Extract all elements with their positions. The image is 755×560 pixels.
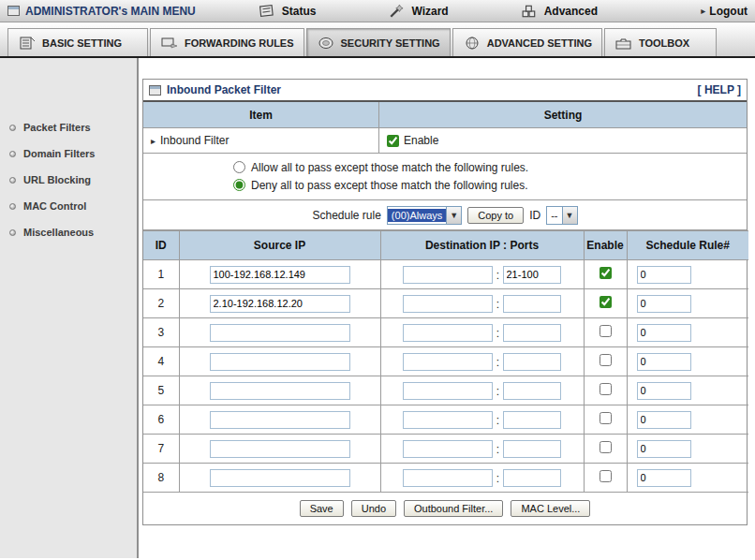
sidebar-item-miscellaneous[interactable]: Miscellaneous [0,219,137,245]
schedule-rule-input[interactable] [637,382,691,400]
schedule-rule-input[interactable] [637,440,691,458]
menu-item-advanced[interactable]: Advanced [520,4,598,19]
row-id: 5 [143,376,179,405]
row-id: 3 [143,318,179,347]
col-header-source-ip: Source IP [179,231,380,260]
schedule-rule-input[interactable] [637,324,691,342]
mac-level-button[interactable]: MAC Level... [511,500,590,517]
enable-checkbox[interactable] [600,325,612,337]
source-ip-input[interactable] [210,382,350,400]
bullet-icon [9,125,16,131]
source-ip-input[interactable] [210,324,350,342]
schedule-rule-select[interactable]: (00)Always ▼ [387,206,462,225]
enable-checkbox[interactable] [600,267,612,279]
top-menu-bar: ADMINISTRATOR's MAIN MENU Status Wizard … [0,0,755,22]
source-ip-input[interactable] [210,295,350,313]
inbound-filter-panel: Inbound Packet Filter [ HELP ] Item Sett… [142,79,748,525]
source-ip-input[interactable] [210,469,350,487]
copy-id-select[interactable]: -- ▼ [546,206,577,225]
sidebar-item-label: Miscellaneous [23,227,94,238]
source-ip-input[interactable] [210,266,350,284]
page-frame: Packet Filters Domain Filters URL Blocki… [0,58,755,558]
sidebar-item-url-blocking[interactable]: URL Blocking [0,167,137,193]
dest-ip-input[interactable] [403,266,493,284]
outbound-filter-button[interactable]: Outbound Filter... [404,500,503,517]
table-row: 1 : [143,260,748,289]
enable-checkbox[interactable] [600,296,612,308]
menu-item-wizard[interactable]: Wizard [387,4,448,19]
allow-radio[interactable] [233,161,245,173]
dest-ip-input[interactable] [403,382,493,400]
source-ip-input[interactable] [210,353,350,371]
menu-item-status[interactable]: Status [258,4,317,19]
schedule-rule-input[interactable] [637,266,691,284]
tab-forwarding-rules[interactable]: FORWARDING RULES [150,28,304,56]
action-button-row: Save Undo Outbound Filter... MAC Level..… [143,493,747,524]
main-menu-title: ADMINISTRATOR's MAIN MENU [25,5,196,18]
dest-ports-input[interactable] [503,440,561,458]
dest-ports-input[interactable] [503,324,561,342]
col-header-enable: Enable [584,231,627,260]
schedule-rule-input[interactable] [637,353,691,371]
source-ip-input[interactable] [210,440,350,458]
notepad-icon [18,36,37,51]
logout-button[interactable]: ▸ Logout [701,5,748,18]
sidebar-item-domain-filters[interactable]: Domain Filters [0,140,137,167]
dest-ip-input[interactable] [403,440,493,458]
dest-ip-input[interactable] [403,295,493,313]
sidebar-item-label: URL Blocking [23,174,91,185]
table-row: 4 : [143,347,748,376]
dest-ports-input[interactable] [503,382,561,400]
sidebar-item-mac-control[interactable]: MAC Control [0,193,137,219]
sidebar-item-label: Packet Filters [23,122,91,133]
inbound-filter-enable-checkbox[interactable] [387,135,399,147]
enable-checkbox[interactable] [600,412,612,424]
deny-radio[interactable] [233,179,245,191]
table-header-row: ID Source IP Destination IP : Ports Enab… [143,231,748,260]
policy-allow-option[interactable]: Allow all to pass except those match the… [233,158,747,176]
schedule-rule-input[interactable] [637,469,691,487]
sidebar-item-packet-filters[interactable]: Packet Filters [0,114,137,140]
schedule-rule-input[interactable] [637,411,691,429]
schedule-rule-label: Schedule rule [312,209,380,222]
sidebar-item-label: MAC Control [23,200,86,212]
undo-button[interactable]: Undo [351,500,396,517]
enable-checkbox[interactable] [600,470,612,482]
dest-ip-input[interactable] [403,469,493,487]
dest-ports-input[interactable] [503,295,561,313]
enable-checkbox[interactable] [600,441,612,453]
dest-ip-input[interactable] [403,411,493,429]
globe-icon [463,36,481,51]
schedule-rule-input[interactable] [637,295,691,313]
deny-radio-label: Deny all to pass except those match the … [251,179,528,192]
security-seal-icon [317,36,335,51]
help-link[interactable]: [ HELP ] [698,83,741,96]
source-ip-input[interactable] [210,411,350,429]
tab-advanced-setting[interactable]: ADVANCED SETTING [452,28,602,56]
dest-ports-input[interactable] [503,411,561,429]
dest-ports-input[interactable] [503,266,561,284]
row-id: 6 [143,405,179,435]
tab-label: FORWARDING RULES [185,37,294,49]
copy-to-button[interactable]: Copy to [467,207,524,224]
policy-deny-option[interactable]: Deny all to pass except those match the … [233,176,747,194]
tab-basic-setting[interactable]: BASIC SETTING [7,28,148,56]
dest-ports-input[interactable] [503,353,561,371]
enable-checkbox[interactable] [600,383,612,395]
dest-ip-input[interactable] [403,353,493,371]
id-label: ID [529,209,540,222]
table-row: 3 : [143,318,748,347]
panel-title-bar: Inbound Packet Filter [ HELP ] [143,80,747,102]
dest-ip-input[interactable] [403,324,493,342]
copy-id-value: -- [547,209,561,222]
table-row: 8 : [143,464,748,493]
tab-security-setting[interactable]: SECURITY SETTING [306,28,451,56]
tab-toolbox[interactable]: TOOLBOX [604,28,717,56]
inbound-filter-row: ▸ Inbound Filter Enable [143,128,747,154]
advanced-icon [520,4,539,19]
panel-icon [149,85,161,96]
dest-ports-input[interactable] [503,469,561,487]
save-button[interactable]: Save [300,500,344,517]
enable-checkbox[interactable] [600,354,612,366]
table-row: 5 : [143,376,748,405]
